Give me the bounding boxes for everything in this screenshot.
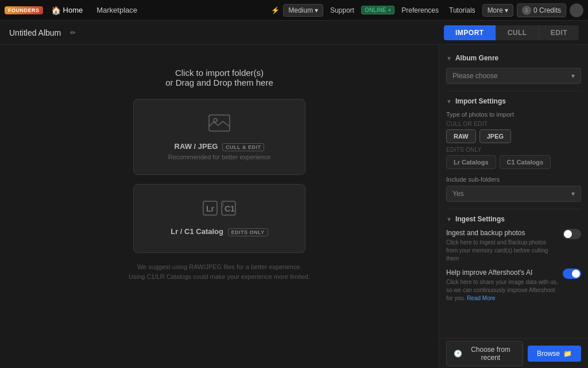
bottom-bar: 🕐 Choose from recent Browse 📁 (439, 338, 588, 368)
more-menu[interactable]: More ▾ (482, 4, 513, 17)
preferences-link[interactable]: Preferences (398, 4, 442, 17)
cull-edit-label: CULL OR EDIT (446, 121, 581, 127)
chevron-down-icon: ▾ (505, 6, 508, 14)
ingest-toggle-row: Ingest and backup photos Click here to I… (446, 229, 581, 263)
import-cards: RAW / JPEG CULL & EDIT Recommended for b… (133, 99, 305, 253)
credits-label: 0 Credits (533, 6, 561, 14)
avatar[interactable] (570, 3, 583, 17)
image-icon (148, 113, 291, 137)
edits-only-label: EDITS ONLY (446, 147, 581, 153)
more-label: More (488, 6, 503, 14)
ingest-settings-section: ▼ Ingest Settings (446, 215, 581, 223)
divider-2 (446, 209, 581, 209)
ai-toggle[interactable] (563, 269, 581, 279)
chevron-down-icon: ▾ (571, 72, 575, 80)
ai-title: Help improve Aftershoot's AI (446, 269, 558, 277)
right-panel: ▼ Album Genre Please choose ▾ ▼ Import S… (439, 45, 588, 368)
browse-label: Browse (537, 350, 560, 358)
raw-jpeg-subtitle: Recommended for better experience (148, 154, 291, 160)
drop-instruction: Click to import folder(s) or Drag and Dr… (165, 68, 273, 87)
tab-edit[interactable]: EDIT (539, 25, 579, 40)
ingest-title: Ingest and backup photos (446, 229, 558, 237)
edits-only-badge: EDITS ONLY (228, 228, 268, 236)
c1-catalogs-btn[interactable]: C1 Catalogs (500, 155, 551, 169)
left-panel: Click to import folder(s) or Drag and Dr… (0, 45, 439, 368)
read-more-link[interactable]: Read More (467, 295, 495, 301)
browse-button[interactable]: Browse 📁 (528, 346, 581, 362)
ingest-settings-title: Ingest Settings (455, 215, 505, 223)
folder-icon: 📁 (563, 350, 572, 358)
lr-catalogs-btn[interactable]: Lr Catalogs (446, 155, 496, 169)
sub-folders-group: Include sub-folders Yes ▾ (446, 176, 581, 202)
ai-toggle-row: Help improve Aftershoot's AI Click here … (446, 269, 581, 302)
chevron-down-icon: ▼ (446, 55, 452, 62)
import-settings-section: ▼ Import Settings (446, 97, 581, 105)
svg-text:C1: C1 (225, 204, 235, 213)
catalog-icon: Lr / C1 (148, 198, 291, 223)
raw-btn[interactable]: RAW (446, 129, 476, 143)
ingest-toggle[interactable] (563, 229, 581, 239)
chevron-down-icon: ▼ (446, 216, 452, 223)
lightning-icon: ⚡ (271, 6, 280, 14)
divider (446, 91, 581, 91)
svg-text:/: / (222, 202, 224, 208)
suggestion-text: We suggest using RAW/JPEG files for a be… (129, 262, 310, 281)
tab-cull[interactable]: CULL (496, 25, 539, 40)
top-nav: FOUNDERS 🏠 Home Marketplace ⚡ Medium ▾ S… (0, 0, 588, 21)
ai-desc: Click here to share your image data with… (446, 278, 558, 302)
tab-import[interactable]: IMPORT (444, 25, 496, 40)
credits-icon: $ (522, 6, 531, 15)
sub-folders-value: Yes (452, 190, 464, 198)
svg-point-1 (214, 118, 217, 122)
ai-info: Help improve Aftershoot's AI Click here … (446, 269, 558, 302)
nav-marketplace-label: Marketplace (96, 6, 137, 14)
chevron-down-icon: ▾ (315, 6, 318, 14)
main-layout: Click to import folder(s) or Drag and Dr… (0, 45, 588, 368)
online-badge: ONLINE + (361, 6, 394, 14)
album-title: Untitled Album (9, 28, 61, 37)
chevron-down-icon: ▼ (446, 98, 452, 105)
medium-selector[interactable]: Medium ▾ (283, 4, 323, 17)
cull-edit-badge: CULL & EDIT (222, 143, 264, 151)
album-bar: Untitled Album ✏ IMPORT CULL EDIT (0, 21, 588, 45)
support-link[interactable]: Support (327, 4, 358, 17)
album-genre-placeholder: Please choose (452, 72, 498, 80)
type-photos-label: Type of photos to import (446, 111, 581, 118)
album-genre-title: Album Genre (455, 54, 498, 62)
nav-home-label: Home (63, 6, 83, 14)
home-icon: 🏠 (51, 6, 61, 15)
instruction-line2: or Drag and Drop them here (165, 78, 273, 87)
lr-c1-title: Lr / C1 Catalog EDITS ONLY (148, 227, 291, 236)
nav-marketplace[interactable]: Marketplace (91, 3, 143, 17)
raw-jpeg-card[interactable]: RAW / JPEG CULL & EDIT Recommended for b… (133, 99, 305, 175)
clock-icon: 🕐 (454, 350, 462, 358)
album-genre-group: Please choose ▾ (446, 68, 581, 84)
album-genre-select[interactable]: Please choose ▾ (446, 68, 581, 84)
type-photos-group: Type of photos to import CULL OR EDIT RA… (446, 111, 581, 169)
nav-right: ⚡ Medium ▾ Support ONLINE + Preferences … (271, 3, 583, 17)
sub-folders-select[interactable]: Yes ▾ (446, 186, 581, 202)
raw-jpeg-title: RAW / JPEG CULL & EDIT (148, 142, 291, 151)
sub-folders-label: Include sub-folders (446, 176, 581, 183)
choose-recent-label: Choose from recent (466, 346, 516, 362)
choose-recent-button[interactable]: 🕐 Choose from recent (446, 341, 523, 366)
jpeg-btn[interactable]: JPEG (479, 129, 511, 143)
nav-home[interactable]: 🏠 Home (45, 3, 89, 17)
catalog-group: Lr Catalogs C1 Catalogs (446, 155, 581, 169)
tab-group: IMPORT CULL EDIT (444, 25, 579, 40)
raw-jpeg-group: RAW JPEG (446, 129, 581, 143)
edit-album-icon[interactable]: ✏ (70, 29, 76, 37)
import-settings-title: Import Settings (455, 97, 506, 105)
ingest-info: Ingest and backup photos Click here to I… (446, 229, 558, 263)
logo[interactable]: FOUNDERS (5, 6, 43, 14)
credits-button[interactable]: $ 0 Credits (517, 3, 566, 17)
chevron-down-icon: ▾ (571, 190, 575, 198)
svg-text:Lr: Lr (206, 204, 215, 213)
tutorials-link[interactable]: Tutorials (446, 4, 479, 17)
ingest-desc: Click here to Ingest and Backup photos f… (446, 239, 558, 263)
instruction-line1: Click to import folder(s) (165, 68, 273, 78)
lr-c1-card[interactable]: Lr / C1 Lr / C1 Catalog EDITS ONLY (133, 184, 305, 253)
medium-label: Medium (288, 6, 313, 14)
album-genre-section: ▼ Album Genre (446, 54, 581, 62)
